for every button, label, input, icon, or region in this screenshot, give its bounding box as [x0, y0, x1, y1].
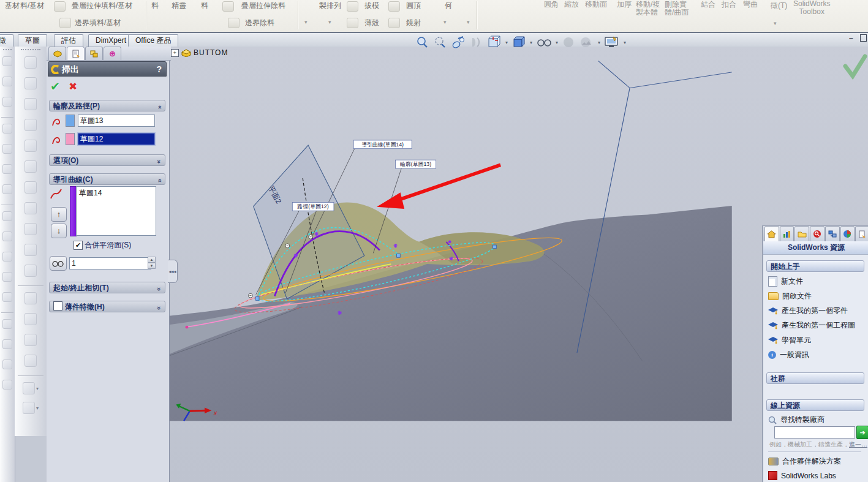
tab-dimxpert-manager[interactable]: ⊕ [104, 47, 121, 60]
dropdown-arrow-icon[interactable]: ▾ [36, 386, 39, 391]
tab-design-library[interactable] [780, 226, 794, 241]
toolbar-icon[interactable] [2, 272, 12, 282]
ribbon-item[interactable]: 邊界除料 [245, 19, 274, 27]
dropdown-arrow-icon[interactable]: ▾ [598, 40, 600, 45]
view-orientation-icon[interactable] [486, 34, 502, 50]
thin-feature-checkbox[interactable] [53, 301, 62, 311]
callout-profile[interactable]: 輪廓(草圖13) [396, 160, 436, 168]
section-guide-curves[interactable]: 導引曲線(C) » [49, 173, 165, 185]
ribbon-item[interactable]: 縮放 [564, 1, 579, 9]
ribbon-item[interactable]: 圓角 [544, 1, 559, 9]
link-new-document[interactable]: 新文件 [768, 276, 803, 287]
tab-file-explorer[interactable] [794, 226, 809, 241]
handle[interactable] [397, 254, 401, 258]
asterisk-marker[interactable] [449, 257, 453, 260]
tab-configurations[interactable] [85, 47, 103, 60]
link-label[interactable]: 尋找特製廠商 [780, 415, 825, 425]
show-sections-button[interactable] [50, 256, 67, 271]
restore-icon[interactable] [860, 34, 867, 42]
surface-tool-icon[interactable] [25, 202, 37, 214]
tab-dimxpert[interactable]: DimXpert [88, 34, 134, 47]
tab-sw-search[interactable] [810, 226, 825, 241]
ribbon-item[interactable]: 拔模 [364, 2, 379, 10]
toolbar-grip[interactable] [21, 49, 40, 51]
surface-tool-icon[interactable] [25, 292, 37, 304]
previous-view-icon[interactable] [451, 34, 467, 50]
toolbar-icon[interactable] [2, 211, 12, 221]
edit-appearance-icon[interactable] [561, 34, 576, 50]
callout-guide[interactable]: 導引曲線(草圖14) [353, 140, 412, 149]
toolbar-icon[interactable] [2, 144, 12, 154]
profile-selection-field[interactable]: 草圖13 [78, 115, 155, 127]
dropdown-arrow-icon[interactable]: ▾ [443, 19, 447, 25]
part-name[interactable]: BUTTOM [194, 48, 228, 57]
handle-dot[interactable] [448, 240, 451, 243]
dome-icon[interactable] [388, 1, 400, 12]
tab-sketch[interactable]: 草圖 [18, 34, 47, 47]
link-open-document[interactable]: 開啟文件 [768, 291, 812, 301]
boundary-boss-icon[interactable] [59, 18, 71, 28]
merge-faces-label[interactable]: 合併平滑面(S) [85, 241, 131, 249]
toolbar-icon[interactable] [2, 184, 12, 194]
ribbon-item[interactable]: 彎曲 [743, 1, 758, 9]
section-number-input[interactable]: 1 [69, 257, 151, 269]
link-tutorials[interactable]: 學習單元 [768, 335, 811, 345]
handle[interactable] [255, 297, 259, 301]
expand-icon[interactable]: + [171, 49, 179, 57]
surface-tool-icon[interactable] [25, 140, 37, 152]
boundary-cut-icon[interactable] [228, 18, 240, 28]
dropdown-arrow-icon[interactable]: ▾ [624, 40, 626, 45]
ribbon-item[interactable]: 薄殼 [364, 19, 379, 27]
spin-up-icon[interactable]: ▲ [148, 257, 156, 263]
ribbon-item[interactable]: 料 [151, 2, 159, 10]
guide-curves-listbox[interactable]: 草圖14 [76, 186, 156, 236]
toolbar-grip[interactable] [3, 49, 12, 51]
surface-tool-icon[interactable] [25, 244, 37, 256]
ok-button[interactable]: ✔ [50, 80, 60, 94]
flyout-feature-tree[interactable]: + BUTTOM [171, 48, 228, 57]
ribbon-item[interactable]: 鏡射 [406, 19, 421, 27]
handle[interactable] [493, 245, 497, 249]
link-label[interactable]: 開啟文件 [782, 291, 812, 301]
ribbon-item[interactable]: 製排列 [319, 2, 341, 10]
dropdown-arrow-icon[interactable]: ▾ [467, 19, 470, 25]
reference-plane-edge[interactable] [630, 72, 732, 88]
dropdown-arrow-icon[interactable]: ▾ [304, 19, 308, 25]
ribbon-item[interactable]: 結合 [701, 1, 715, 9]
expand-chevron-icon[interactable]: » [154, 160, 165, 164]
spin-down-icon[interactable]: ▼ [148, 263, 156, 269]
link-label[interactable]: SolidWorks Labs [781, 472, 836, 480]
toolbar-icon[interactable] [2, 97, 12, 107]
toolbar-icon[interactable] [2, 232, 12, 241]
display-style-icon[interactable] [511, 34, 527, 50]
surface-tool-icon[interactable] [25, 223, 37, 235]
link-label[interactable]: 產生我的第一個工程圖 [782, 320, 855, 331]
link-first-drawing[interactable]: 產生我的第一個工程圖 [768, 320, 855, 331]
ribbon-item[interactable]: 料 [201, 2, 208, 10]
ribbon-item[interactable]: 加厚 [617, 1, 632, 9]
ribbon-item[interactable]: 邊界填料/基材 [75, 19, 121, 27]
ribbon-item[interactable]: 何 [445, 2, 452, 10]
ribbon-item[interactable]: 移動面 [585, 1, 607, 9]
dropdown-arrow-icon[interactable]: ▾ [36, 405, 39, 411]
ribbon-item[interactable]: 徵(T) [771, 2, 787, 10]
asterisk-marker[interactable] [338, 311, 341, 315]
view-settings-icon[interactable] [603, 34, 621, 50]
surface-tool-icon[interactable] [25, 98, 37, 110]
dropdown-arrow-icon[interactable]: ▾ [328, 19, 331, 25]
link-solidworks-labs[interactable]: SolidWorks Labs [768, 471, 836, 480]
toolbar-icon[interactable] [2, 360, 12, 369]
expand-chevron-icon[interactable]: » [154, 287, 165, 291]
toolbar-icon[interactable] [2, 124, 12, 134]
toolbar-icon[interactable] [2, 56, 12, 66]
link-label[interactable]: 產生我的第一個零件 [782, 306, 848, 316]
supplier-search-input[interactable] [774, 426, 855, 439]
section-start-end-tangency[interactable]: 起始/終止相切(T) » [49, 282, 165, 293]
ribbon-item[interactable]: 疊層拉伸除料 [241, 2, 285, 10]
loft-boss-icon[interactable] [54, 1, 66, 12]
surface-tool-icon[interactable] [25, 119, 37, 131]
hide-show-items-icon[interactable] [535, 34, 553, 50]
tab-appearances-scenes[interactable] [840, 226, 855, 241]
toolbar-icon[interactable] [2, 339, 12, 349]
loft-cut-icon[interactable] [222, 1, 234, 12]
